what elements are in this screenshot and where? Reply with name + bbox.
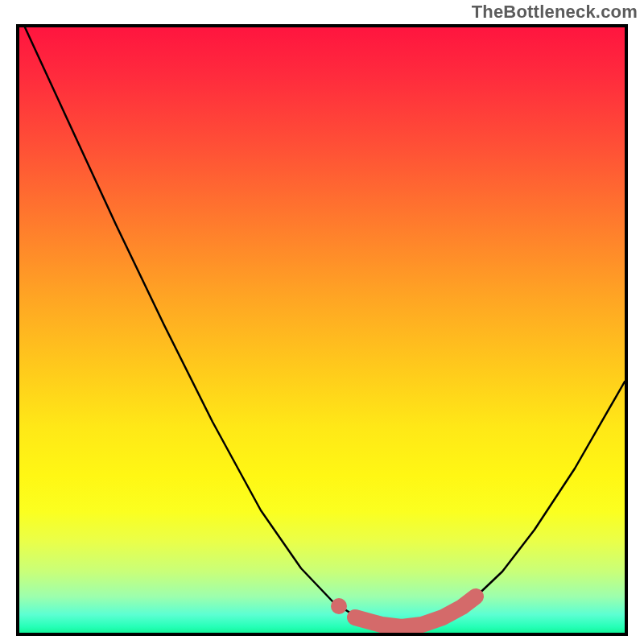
- series-main-curve: [25, 27, 625, 627]
- chart-series-group: [25, 27, 625, 627]
- series-highlight-segment: [355, 597, 476, 627]
- chart-svg: [19, 27, 625, 633]
- plot-frame: [16, 24, 628, 636]
- chart-wrapper: TheBottleneck.com: [0, 0, 644, 644]
- watermark-text: TheBottleneck.com: [472, 2, 638, 23]
- series-highlight-dot-point: [331, 598, 347, 614]
